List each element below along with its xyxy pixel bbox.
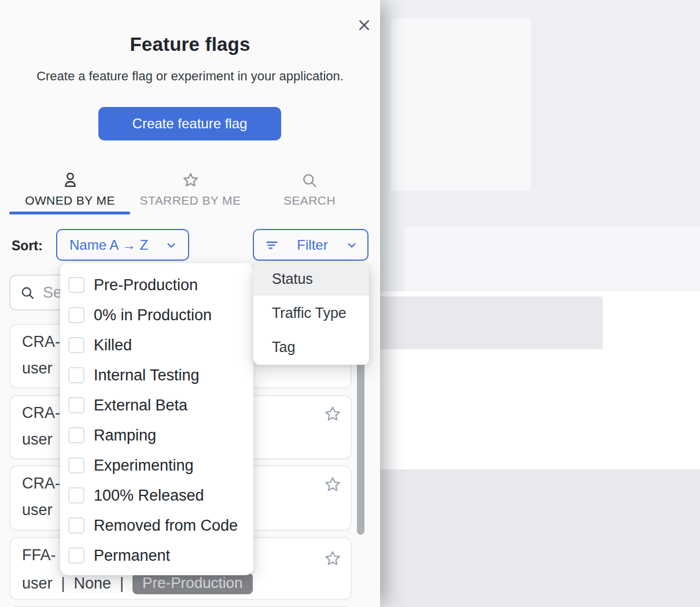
separator: | <box>120 575 124 593</box>
menu-item-label: Ramping <box>94 427 156 445</box>
search-icon <box>301 171 318 188</box>
tab-search[interactable]: SEARCH <box>261 171 358 213</box>
menu-item-label: 0% in Production <box>94 306 212 324</box>
menu-item-100-released[interactable]: 100% Released <box>60 480 253 510</box>
separator: | <box>61 575 65 593</box>
background-page <box>380 0 700 607</box>
traffic-type: user <box>22 360 53 377</box>
menu-item-label: External Beta <box>94 397 187 414</box>
checkbox[interactable] <box>68 427 84 443</box>
tab-label: SEARCH <box>283 194 336 208</box>
checkbox[interactable] <box>68 487 84 504</box>
create-feature-flag-label: Create feature flag <box>132 116 248 132</box>
menu-item-internal-testing[interactable]: Internal Testing <box>60 360 253 390</box>
active-tab-underline <box>9 212 130 214</box>
flag-name: CRA- <box>22 475 60 493</box>
menu-item-0-in-production[interactable]: 0% in Production <box>60 300 253 330</box>
menu-item-ramping[interactable]: Ramping <box>60 420 253 450</box>
close-icon <box>357 18 371 32</box>
flag-name: CRA- <box>22 333 60 351</box>
close-button[interactable] <box>354 15 374 35</box>
star-icon <box>324 476 341 493</box>
checkbox[interactable] <box>68 547 84 564</box>
filter-category-tag[interactable]: Tag <box>253 330 369 364</box>
menu-item-label: Removed from Code <box>94 517 238 535</box>
menu-item-label: Traffic Type <box>272 305 347 321</box>
tab-owned-by-me[interactable]: OWNED BY ME <box>9 171 131 213</box>
status-badge: Pre-Production <box>132 573 252 594</box>
checkbox[interactable] <box>68 307 84 323</box>
menu-item-label: Permanent <box>94 547 170 565</box>
checkbox[interactable] <box>68 397 84 413</box>
menu-item-killed[interactable]: Killed <box>60 330 253 360</box>
checkbox[interactable] <box>68 367 84 383</box>
status-filter-menu: Pre-Production 0% in Production Killed I… <box>60 263 253 575</box>
flag-name: CRA- <box>22 404 60 422</box>
checkbox[interactable] <box>68 517 84 534</box>
menu-item-label: Pre-Production <box>94 276 198 294</box>
checkbox[interactable] <box>68 457 84 473</box>
sort-value: Name A → Z <box>69 237 148 253</box>
star-icon <box>324 550 341 567</box>
filter-category-menu: Status Traffic Type Tag <box>253 263 369 365</box>
background-gray-block <box>380 297 603 349</box>
menu-item-permanent[interactable]: Permanent <box>60 541 253 571</box>
filter-category-traffic-type[interactable]: Traffic Type <box>253 295 369 330</box>
traffic-type: user <box>22 575 53 593</box>
page-title: Feature flags <box>0 34 380 55</box>
menu-item-pre-production[interactable]: Pre-Production <box>60 270 253 300</box>
star-icon <box>324 405 341 423</box>
tab-label: STARRED BY ME <box>140 194 241 208</box>
person-icon <box>62 171 78 188</box>
menu-item-label: 100% Released <box>94 487 204 505</box>
menu-item-label: Experimenting <box>94 457 194 475</box>
flag-name: FFA- <box>22 546 56 564</box>
page-description: Create a feature flag or experiment in y… <box>0 69 380 84</box>
menu-item-removed-from-code[interactable]: Removed from Code <box>60 510 253 541</box>
menu-item-label: Internal Testing <box>94 367 200 384</box>
checkbox[interactable] <box>68 277 84 293</box>
traffic-type: user <box>22 431 53 449</box>
menu-item-label: Killed <box>94 336 132 354</box>
sort-label: Sort: <box>12 238 43 254</box>
filter-category-status[interactable]: Status <box>253 263 369 295</box>
traffic-type: user <box>22 501 53 519</box>
checkbox[interactable] <box>68 337 84 353</box>
menu-item-external-beta[interactable]: External Beta <box>60 390 253 420</box>
scrollbar-thumb[interactable] <box>357 341 364 535</box>
tab-label: OWNED BY ME <box>25 194 115 208</box>
chevron-down-icon <box>165 239 178 251</box>
tab-starred-by-me[interactable]: STARRED BY ME <box>131 171 250 213</box>
menu-item-label: Status <box>272 271 313 287</box>
filter-button[interactable]: Filter <box>253 229 369 261</box>
background-placeholder-strip <box>404 227 700 291</box>
background-gray-footer <box>380 469 700 607</box>
rollout-value: None <box>74 575 112 593</box>
search-icon <box>20 286 35 300</box>
feature-flags-panel: Feature flags Create a feature flag or e… <box>0 0 380 607</box>
star-icon <box>182 171 199 188</box>
chevron-down-icon <box>345 239 358 251</box>
background-placeholder-block <box>391 18 531 191</box>
star-button[interactable] <box>323 549 342 568</box>
star-button[interactable] <box>323 404 342 424</box>
background-white-section <box>380 349 700 469</box>
sort-dropdown-button[interactable]: Name A → Z <box>56 229 189 261</box>
filter-label: Filter <box>297 237 327 253</box>
menu-item-experimenting[interactable]: Experimenting <box>60 450 253 480</box>
create-feature-flag-button[interactable]: Create feature flag <box>98 107 281 140</box>
filter-icon <box>264 238 279 252</box>
star-button[interactable] <box>323 475 342 494</box>
menu-item-label: Tag <box>272 339 295 356</box>
